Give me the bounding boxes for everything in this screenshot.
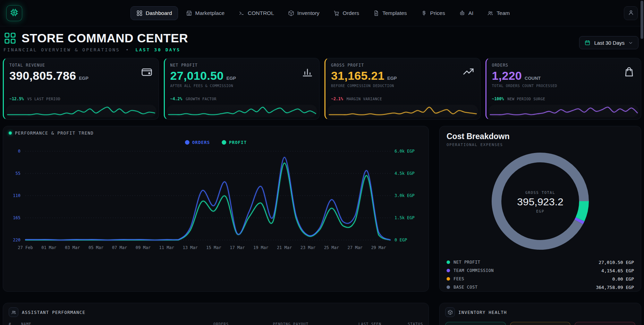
svg-text:15 Mar: 15 Mar	[206, 245, 221, 250]
svg-text:07 Mar: 07 Mar	[112, 245, 127, 250]
legend-item-orders[interactable]: ORDERS	[185, 140, 210, 145]
cost-legend: NET PROFIT 27,010.50 EGP TEAM COMMISSION…	[447, 258, 634, 291]
kpi-sparkline	[489, 105, 639, 117]
cost-legend-label: NET PROFIT	[454, 260, 480, 265]
inventory-stat-empty: EMPTY 68	[575, 322, 635, 325]
terminal-icon	[238, 10, 245, 16]
cost-breakdown-subtitle: OPERATIONAL EXPENSES	[447, 143, 634, 147]
nav-item-label: Dashboard	[146, 10, 172, 16]
cost-legend-value: 364,758.09 EGP	[596, 285, 634, 290]
kpi-card-net-profit: NET PROFIT 27,010.50 EGP AFTER ALL FEES …	[164, 58, 320, 120]
page-subtitle: FINANCIAL OVERVIEW & OPERATIONS • LAST 3…	[3, 47, 188, 52]
col-orders: ORDERS	[170, 322, 229, 325]
donut-center-label: GROSS TOTAL	[525, 190, 555, 195]
package-icon	[445, 307, 455, 317]
svg-text:165: 165	[13, 215, 20, 220]
kpi-unit: EGP	[226, 76, 236, 81]
kpi-delta: ~100%	[492, 96, 504, 101]
nav-item-orders[interactable]: Orders	[328, 6, 365, 20]
users-icon	[9, 307, 18, 317]
cost-legend-value: 4,154.65 EGP	[601, 268, 634, 273]
subtitle-text: FINANCIAL OVERVIEW & OPERATIONS	[3, 47, 120, 52]
package-icon	[288, 10, 294, 16]
kpi-note: AFTER ALL FEES & COMMISSION	[170, 84, 236, 88]
svg-text:6.0k EGP: 6.0k EGP	[395, 149, 415, 154]
svg-text:19 Mar: 19 Mar	[253, 245, 268, 250]
app-logo[interactable]	[6, 5, 22, 21]
nav-item-prices[interactable]: Prices	[415, 6, 451, 20]
subtitle-separator: •	[126, 47, 129, 52]
kpi-label: ORDERS	[492, 63, 557, 68]
svg-text:29 Mar: 29 Mar	[371, 245, 386, 250]
svg-text:21 Mar: 21 Mar	[277, 245, 292, 250]
kpi-delta: ~12.5%	[9, 96, 24, 101]
cost-legend-row: TEAM COMMISSION 4,154.65 EGP	[447, 266, 634, 275]
user-icon	[628, 9, 634, 17]
cart-icon	[333, 10, 340, 16]
dollar-icon	[421, 10, 427, 16]
kpi-row: TOTAL REVENUE 390,805.786 EGP ~12.5% VS …	[0, 54, 644, 120]
cost-breakdown-title: Cost Breakdown	[447, 132, 634, 141]
nav-item-ai[interactable]: AI	[453, 6, 480, 20]
legend-item-profit[interactable]: PROFIT	[222, 140, 247, 145]
nav-item-inventory[interactable]: Inventory	[282, 6, 325, 20]
svg-text:27 Feb: 27 Feb	[18, 245, 33, 250]
svg-text:11 Mar: 11 Mar	[159, 245, 174, 250]
nav-item-label: Orders	[343, 10, 359, 16]
svg-text:220: 220	[13, 238, 20, 242]
nav-item-label: Team	[497, 10, 510, 16]
legend-label: PROFIT	[229, 140, 247, 145]
kpi-delta-label: NEW PERIOD SURGE	[507, 97, 545, 101]
nav-item-label: Marketplace	[195, 10, 224, 16]
page-title: STORE COMMAND CENTER	[22, 31, 188, 45]
col-status: STATUS	[381, 322, 423, 325]
col-payout: PENDING PAYOUT	[229, 322, 308, 325]
col-rank: #	[9, 322, 21, 325]
kpi-value: 390,805.786	[9, 69, 76, 83]
cpu-chip-icon	[10, 8, 19, 18]
kpi-delta: ~2.1%	[331, 96, 343, 101]
svg-text:13 Mar: 13 Mar	[183, 245, 197, 250]
donut-center-value: 395,923.2	[517, 196, 563, 208]
line-chart: 06.0k EGP554.5k EGP1103.0k EGP1651.5k EG…	[9, 148, 424, 252]
svg-text:4.5k EGP: 4.5k EGP	[395, 171, 415, 176]
kpi-value: 1,220	[492, 69, 522, 83]
wallet-icon	[141, 66, 153, 78]
chevron-down-icon	[628, 40, 633, 45]
svg-text:55: 55	[16, 171, 20, 176]
file-icon	[373, 10, 379, 16]
nav-item-label: CONTROL	[248, 10, 274, 16]
nav-item-marketplace[interactable]: Marketplace	[180, 6, 230, 20]
cost-legend-value: 0.00 EGP	[612, 276, 634, 282]
cost-legend-label: TEAM COMMISSION	[454, 268, 494, 273]
status-dot-icon	[9, 131, 12, 135]
shopping-bag-icon	[623, 66, 635, 78]
date-range-selector[interactable]: Last 30 Days	[579, 36, 638, 49]
user-account-button[interactable]	[624, 6, 638, 20]
cost-breakdown-panel: Cost Breakdown OPERATIONAL EXPENSES GROS…	[439, 126, 641, 292]
legend-label: ORDERS	[192, 140, 210, 145]
profit-legend-dot-icon	[222, 140, 226, 145]
orders-legend-dot-icon	[185, 140, 189, 145]
nav-item-templates[interactable]: Templates	[367, 6, 413, 20]
kpi-delta-label: GROWTH FACTOR	[186, 97, 217, 101]
svg-text:3.0k EGP: 3.0k EGP	[395, 193, 415, 198]
kpi-value: 27,010.50	[170, 69, 224, 83]
svg-text:23 Mar: 23 Mar	[300, 245, 315, 250]
nav-item-dashboard[interactable]: Dashboard	[130, 6, 178, 20]
inventory-stat-healthy: HEALTHY 03	[445, 322, 506, 325]
donut-center-unit: EGP	[536, 209, 544, 213]
kpi-label: GROSS PROFIT	[331, 63, 397, 68]
inventory-stats: HEALTHY 03 LOW STOCK 04 EMPTY 68	[445, 322, 635, 325]
kpi-value: 31,165.21	[331, 69, 384, 83]
svg-text:05 Mar: 05 Mar	[88, 245, 103, 250]
store-icon	[186, 10, 192, 16]
nav-item-label: AI	[468, 10, 474, 16]
scrollbar-thumb[interactable]	[641, 1, 643, 39]
base-cost-dot-icon	[447, 285, 450, 289]
page-header: STORE COMMAND CENTER FINANCIAL OVERVIEW …	[0, 26, 644, 54]
cost-legend-row: BASE COST 364,758.09 EGP	[447, 283, 634, 291]
nav-item-control[interactable]: CONTROL	[232, 6, 280, 20]
nav-item-team[interactable]: Team	[481, 6, 516, 20]
cost-legend-row: NET PROFIT 27,010.50 EGP	[447, 258, 634, 266]
